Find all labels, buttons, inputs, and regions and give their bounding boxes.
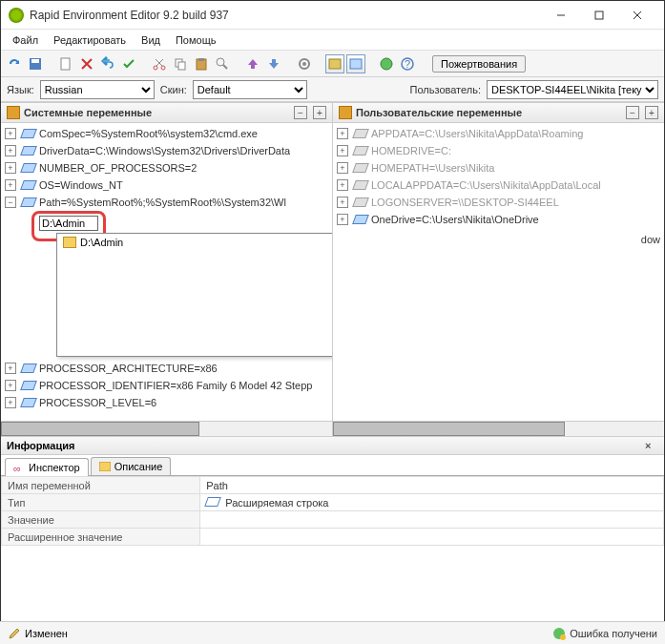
expand-icon[interactable]: + <box>313 106 326 119</box>
svg-point-16 <box>302 62 306 66</box>
pencil-icon <box>8 627 21 640</box>
svg-point-7 <box>154 66 157 70</box>
tree-node[interactable]: ComSpec=%SystemRoot%\system32\cmd.exe <box>1 125 332 142</box>
close-panel-icon[interactable]: × <box>645 440 658 451</box>
check-icon[interactable] <box>119 54 138 73</box>
tag-icon <box>20 364 37 373</box>
new-icon[interactable] <box>56 54 75 73</box>
collapse-icon[interactable]: − <box>626 106 639 119</box>
properties-table: Имя переменнойPath ТипРасширяемая строка… <box>1 476 664 546</box>
h-scrollbar[interactable] <box>1 421 332 436</box>
collapse-icon[interactable]: − <box>294 106 307 119</box>
window-title: Rapid Environment Editor 9.2 build 937 <box>30 9 542 22</box>
svg-rect-10 <box>178 62 185 70</box>
menu-view[interactable]: Вид <box>134 31 168 49</box>
menu-file[interactable]: Файл <box>5 31 46 49</box>
up-icon[interactable] <box>243 54 262 73</box>
app-icon <box>9 8 24 23</box>
refresh-icon[interactable] <box>5 54 24 73</box>
prop-value: Расширяемая строка <box>200 494 664 511</box>
folder-icon <box>63 237 76 248</box>
tree-node[interactable]: DriverData=C:\Windows\System32\Drivers\D… <box>1 142 332 159</box>
lang-select[interactable]: Russian <box>40 80 155 99</box>
cut-icon[interactable] <box>150 54 169 73</box>
svg-line-14 <box>223 65 227 69</box>
tree-node[interactable]: OS=Windows_NT <box>1 177 332 194</box>
svg-rect-6 <box>61 58 70 70</box>
user-label: Пользователь: <box>410 84 481 95</box>
tab-inspector[interactable]: ∞Инспектор <box>5 458 89 476</box>
prop-label: Тип <box>2 494 200 511</box>
tree-node[interactable]: HOMEDRIVE=C: <box>333 142 664 159</box>
skin-label: Скин: <box>160 84 187 95</box>
menu-help[interactable]: Помощь <box>168 31 224 49</box>
tag-icon <box>20 381 37 390</box>
svg-point-13 <box>217 58 224 66</box>
svg-rect-5 <box>31 59 39 63</box>
user-pane-title: Пользовательские переменные <box>356 107 620 118</box>
system-pane-title: Системные переменные <box>24 107 288 118</box>
save-icon[interactable] <box>26 54 45 73</box>
statusbar: Изменен Ошибка получени <box>0 621 665 644</box>
menu-edit[interactable]: Редактировать <box>46 31 134 49</box>
donate-button[interactable]: Пожертвования <box>432 55 526 73</box>
tag-icon <box>352 215 369 224</box>
tag-icon <box>352 129 369 138</box>
svg-rect-22 <box>99 462 111 471</box>
tree-node[interactable]: HOMEPATH=\Users\Nikita <box>333 159 664 177</box>
panel1-icon[interactable] <box>325 54 344 73</box>
tree-node[interactable]: PROCESSOR_IDENTIFIER=x86 Family 6 Model … <box>1 377 332 394</box>
user-pane-icon <box>339 106 352 119</box>
delete-icon[interactable] <box>77 54 96 73</box>
system-tree[interactable]: ComSpec=%SystemRoot%\system32\cmd.exe Dr… <box>1 123 332 421</box>
tree-node[interactable]: PROCESSOR_ARCHITECTURE=x86 <box>1 360 332 377</box>
tree-node[interactable]: LOGONSERVER=\\DESKTOP-SI44EEL <box>333 194 664 211</box>
prop-label: Имя переменной <box>2 477 200 494</box>
user-pane: Пользовательские переменные − + APPDATA=… <box>333 102 664 436</box>
status-right: Ошибка получени <box>570 628 657 639</box>
web-icon[interactable] <box>377 54 396 73</box>
undo-icon[interactable] <box>98 54 117 73</box>
autocomplete-dropdown[interactable]: D:\Admin <box>56 233 332 357</box>
user-select[interactable]: DESKTOP-SI44EEL\Nikita [текущ <box>487 80 658 99</box>
tag-icon <box>352 163 369 173</box>
tree-node[interactable]: Path=%SystemRoot%;%SystemRoot%\System32\… <box>1 194 332 211</box>
toolbar: ? Пожертвования <box>1 51 664 77</box>
paste-icon[interactable] <box>192 54 211 73</box>
close-button[interactable] <box>618 3 656 28</box>
lang-label: Язык: <box>7 84 34 95</box>
prop-value: Path <box>200 477 664 494</box>
path-edit-input[interactable] <box>39 216 98 231</box>
tree-node[interactable]: PROCESSOR_LEVEL=6 <box>1 394 332 411</box>
expand-icon[interactable]: + <box>645 106 658 119</box>
dropdown-item[interactable]: D:\Admin <box>57 234 332 251</box>
tab-description[interactable]: Описание <box>91 457 172 475</box>
panes: Системные переменные − + ComSpec=%System… <box>1 102 664 436</box>
user-tree[interactable]: APPDATA=C:\Users\Nikita\AppData\Roaming … <box>333 123 664 421</box>
h-scrollbar[interactable] <box>333 421 664 436</box>
svg-rect-17 <box>329 59 341 69</box>
minimize-button[interactable] <box>542 3 580 28</box>
down-icon[interactable] <box>264 54 283 73</box>
prop-value <box>200 511 664 529</box>
copy-icon[interactable] <box>171 54 190 73</box>
tree-node[interactable]: APPDATA=C:\Users\Nikita\AppData\Roaming <box>333 125 664 142</box>
tag-icon <box>352 146 369 156</box>
tag-icon <box>352 180 369 190</box>
prop-value <box>200 529 664 546</box>
panel2-icon[interactable] <box>346 54 365 73</box>
settings-icon[interactable] <box>295 54 314 73</box>
tree-node[interactable]: LOCALAPPDATA=C:\Users\Nikita\AppData\Loc… <box>333 177 664 194</box>
svg-rect-12 <box>198 58 204 61</box>
tag-icon <box>20 129 37 138</box>
tag-icon <box>20 197 37 207</box>
tree-node[interactable]: OneDrive=C:\Users\Nikita\OneDrive <box>333 211 664 228</box>
tree-node[interactable]: NUMBER_OF_PROCESSORS=2 <box>1 159 332 177</box>
help-icon[interactable]: ? <box>398 54 417 73</box>
skin-select[interactable]: Default <box>193 80 307 99</box>
find-icon[interactable] <box>213 54 232 73</box>
system-pane-icon <box>7 106 20 119</box>
maximize-button[interactable] <box>580 3 618 28</box>
info-header: Информация × <box>1 436 664 455</box>
tag-icon <box>20 398 37 407</box>
